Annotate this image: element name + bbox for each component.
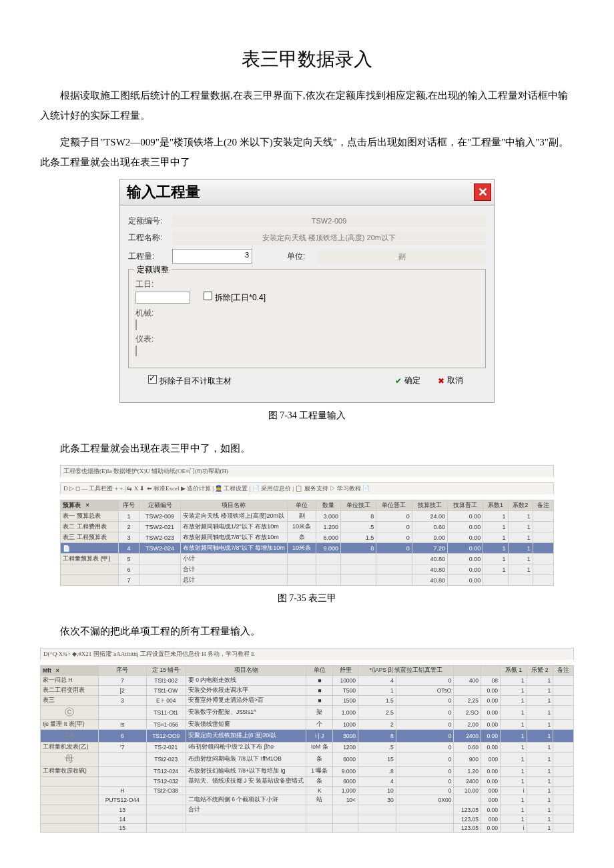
- sidebar-item[interactable]: 工程量机发表(乙): [41, 743, 99, 753]
- paragraph-1: 根据读取施工图纸后统计的工程量数据,在表三甲界面下,依次在定额库找到相应定额,在…: [40, 85, 574, 125]
- fig2-table: Mft × 序号 定 15 辅号 项目名物 单位 舒里 *I)APS β| 筑蓝…: [40, 665, 574, 833]
- folder-icon: 📄: [63, 545, 70, 552]
- sidebar-item[interactable]: 📄: [61, 543, 119, 554]
- qty-input[interactable]: 3: [172, 249, 252, 264]
- sidebar-item[interactable]: [41, 795, 99, 805]
- table-row: 家一闷总 H7TSI1-002要 0 内电能走效线■10000404000811: [41, 676, 574, 686]
- qty-label: 工程量:: [128, 251, 168, 262]
- caption-2: 图 7-35 表三甲: [40, 592, 574, 604]
- jx-label: 机械:: [135, 308, 479, 319]
- sidebar-item[interactable]: [61, 575, 119, 586]
- jx-input[interactable]: [135, 320, 137, 330]
- dialog-title: 输入工程量: [123, 181, 204, 203]
- sidebar-item[interactable]: 18: [41, 730, 99, 743]
- table-row: 表三3E ⊦ 004安畜室外博复走涌沿外墙>百■15001.502.250.00…: [41, 696, 574, 706]
- sidebar-item[interactable]: 工程量预算表 (甲): [61, 554, 119, 564]
- sidebar-item[interactable]: [41, 787, 99, 795]
- table-row: 表三 工程预算表3TSW2-023布放射频同轴电缆7/8"以下 布放10m条6.…: [61, 532, 554, 543]
- adjust-legend: 定额调整: [134, 264, 172, 276]
- caption-1: 图 7-34 工程量输入: [40, 410, 574, 422]
- table-row: 母TSt2-023布由射纹闷期电装 7/8.以下 IffM1OB条6000150…: [41, 753, 574, 767]
- table-row: 7总计40.800.00: [61, 575, 554, 586]
- unit-label: 单位:: [287, 251, 314, 262]
- sidebar-item[interactable]: [41, 824, 99, 833]
- fig2-toolbar: D(^Q·X¾> ◆,#X21 国拓灌"aAAtftitttj 工程设置巨来用信…: [40, 648, 574, 660]
- sidebar-item[interactable]: 表二 工程费用表: [61, 522, 119, 532]
- table-row: 工程量预算表 (甲)5小计40.800.0011: [61, 554, 554, 564]
- close-icon[interactable]: ✕: [474, 183, 491, 201]
- sidebar-item[interactable]: [61, 564, 119, 575]
- table-row: 表二 工程费用表2TSW2-021布放射频同轴电缆1/2"以下 布放10m10米…: [61, 522, 554, 532]
- yb-label: 仪表:: [135, 334, 479, 345]
- table-row: Ije 量理 It 表(甲)!sTS«1-056安装馈线雷短窗个1000202.…: [41, 720, 574, 730]
- paragraph-2: 定额子目"TSW2—009"是"楼顶铁塔上(20 米以下)安装定向天线"，点击后…: [40, 132, 574, 172]
- gr-label: 工日:: [135, 279, 479, 290]
- input-qty-dialog: 输入工程量 ✕ 定额编号: TSW2-009 工程名称: 安装定向天线 楼顶铁塔…: [119, 179, 495, 403]
- sidebar-item[interactable]: [41, 777, 99, 787]
- table-row: 14123.0500011: [41, 815, 574, 824]
- exclude-main-checkbox[interactable]: [148, 375, 157, 384]
- sidebar-item[interactable]: 工程量收原收碗): [41, 767, 99, 777]
- cancel-button[interactable]: 取消: [435, 374, 466, 388]
- ok-button[interactable]: 确定: [392, 374, 423, 388]
- table-row: 186TS12-OO9安聚定向天线铁加搭上(6 度)20i以i | J30008…: [41, 730, 574, 743]
- table-row: ⓒTS11-Ot1安装数字分配架、JS5!s1^架1.0002.502.SO0.…: [41, 706, 574, 720]
- sidebar-item[interactable]: 表三: [41, 696, 99, 706]
- table-row: 15123.050.00i1: [41, 824, 574, 833]
- table-row: PUTS12-O44二电站不统阎侧 6 个截项以下小浒站10<300X00000…: [41, 795, 574, 805]
- table-row: 工程量机发表(乙)'7TS·2-021I布初射领闷枪中级"2.以下布 βho·I…: [41, 743, 574, 753]
- dismantle-label: 拆除[工日*0.4]: [215, 293, 266, 302]
- fig1-side-header: 预算表 ×: [61, 500, 119, 511]
- table-row: 工程量收原收碗)TS12-024布放射技幻输电线 7/8+以下每培加 Ig1 曝…: [41, 767, 574, 777]
- adjust-fieldset: 定额调整 工日: 拆除[工日*0.4] 机械: 仪表:: [128, 269, 486, 368]
- sidebar-item[interactable]: 母: [41, 753, 99, 767]
- sidebar-item[interactable]: 表三 工程预算表: [61, 532, 119, 543]
- dismantle-checkbox[interactable]: [204, 292, 212, 300]
- fig1-table: 预算表 × 序号 定额编号 项目名称 单位 数量 单位技工 单位普工 技算技工 …: [60, 500, 554, 586]
- table-row: 13合计123.050.0011: [41, 805, 574, 815]
- exclude-main-label: 拆除子目不计取主材: [160, 376, 232, 386]
- name-label: 工程名称:: [128, 232, 168, 244]
- paragraph-3: 此条工程量就会出现在表三甲中了，如图。: [40, 438, 574, 458]
- page-title: 表三甲数据录入: [40, 47, 574, 72]
- sidebar-item[interactable]: [41, 815, 99, 824]
- sidebar-item[interactable]: 家一闷总 H: [41, 676, 99, 686]
- table-row: 表二工程变用表[2TSt1-OW安装交外依段走调水平■T5001OTsO0.00…: [41, 686, 574, 696]
- table-row: 6合计40.800.0011: [61, 564, 554, 575]
- table-row: TS12-032基站天、馈线求技都 J 安 装基站设备密墙式条600040240…: [41, 777, 574, 787]
- sidebar-item[interactable]: [41, 805, 99, 815]
- table-row: 📄4TSW2-024布放射频同轴电缆7/8"以下 每增加10m10米条9.000…: [61, 543, 554, 554]
- paragraph-4: 依次不漏的把此单项工程的所有工程量输入。: [40, 621, 574, 641]
- sidebar-item[interactable]: Ije 量理 It 表(甲): [41, 720, 99, 730]
- table-row: HTSt2-O38K1.00010010.00000i1: [41, 787, 574, 795]
- sidebar-item[interactable]: ⓒ: [41, 706, 99, 720]
- code-label: 定额编号:: [128, 215, 168, 227]
- fig1-toolbar1: 工程⑥也烟措(E)Ia 数据维护(X)U 辅助动纸(OE≡门(8)功帮助(H): [60, 465, 554, 477]
- yb-input[interactable]: [135, 346, 137, 356]
- fig1-toolbar2: D ▷ ◻ — 工具栏图 + + | ⇆ X ⬇ ⬅ 标准Excel ▶ 造价计…: [60, 482, 554, 494]
- gr-input[interactable]: [135, 292, 190, 304]
- code-field: TSW2-009: [172, 215, 486, 227]
- unit-field: 副: [318, 250, 486, 264]
- sidebar-item[interactable]: 表二工程变用表: [41, 686, 99, 696]
- sidebar-item[interactable]: 表一 预算总表: [61, 511, 119, 522]
- name-field: 安装定向天线 楼顶铁塔上(高度) 20m以下: [172, 231, 486, 245]
- table-row: 表一 预算总表1TSW2-009安装定向天线 楼顶铁塔上(高度)20m以副3.0…: [61, 511, 554, 522]
- fig2-side-header: Mft ×: [41, 666, 99, 676]
